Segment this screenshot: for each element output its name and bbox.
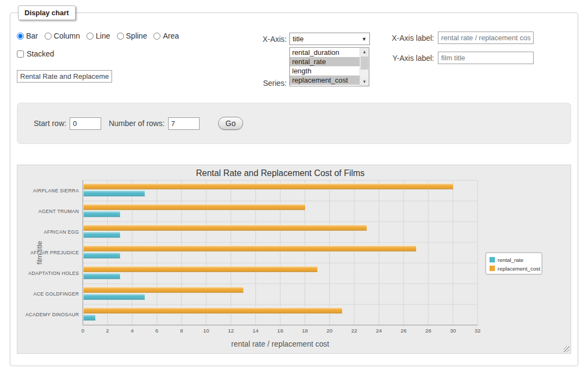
display-chart-panel: Display chart BarColumnLineSplineArea St… bbox=[10, 5, 578, 366]
chart-type-radio-area[interactable] bbox=[153, 33, 160, 40]
chart-title-input[interactable] bbox=[17, 70, 112, 83]
series-option-rental_rate[interactable]: rental_rate bbox=[290, 57, 360, 66]
x-tick-label: 0 bbox=[81, 328, 84, 334]
bar-shine bbox=[83, 294, 145, 300]
bar-chart: 02468101214161820222426283032Rental Rate… bbox=[17, 165, 571, 353]
bar-shine bbox=[83, 273, 120, 279]
x-tick-label: 26 bbox=[400, 328, 407, 334]
series-listbox-items: rental_durationrental_ratelengthreplacem… bbox=[290, 48, 360, 86]
x-tick-label: 32 bbox=[475, 328, 481, 334]
chevron-down-icon: ▼ bbox=[362, 36, 367, 42]
series-option-replacement_cost[interactable]: replacement_cost bbox=[290, 76, 360, 85]
x-tick-label: 28 bbox=[425, 328, 432, 334]
bar-shine bbox=[83, 266, 318, 272]
category-label: ADAPTATION HOLES bbox=[28, 271, 79, 276]
start-row-input[interactable] bbox=[70, 117, 101, 130]
chart-type-option-line[interactable]: Line bbox=[86, 32, 110, 40]
series-listbox-scrollbar[interactable]: ▲ ▼ bbox=[360, 48, 369, 86]
stacked-checkbox[interactable] bbox=[17, 51, 24, 58]
x-tick-label: 18 bbox=[302, 328, 308, 334]
chart-type-radio-label: Spline bbox=[126, 32, 147, 40]
x-tick-label: 12 bbox=[228, 328, 234, 334]
x-tick-label: 20 bbox=[326, 328, 333, 334]
bar-shine bbox=[83, 315, 95, 321]
x-tick-label: 2 bbox=[106, 328, 109, 334]
x-axis-select-label: X-Axis: bbox=[243, 35, 287, 43]
go-button[interactable]: Go bbox=[218, 117, 244, 130]
row-controls-panel: Start row: Number of rows: Go bbox=[17, 103, 571, 144]
x-axis-label-input[interactable] bbox=[438, 32, 534, 44]
chart-type-radio-label: Column bbox=[54, 32, 80, 40]
stacked-label: Stacked bbox=[27, 49, 54, 58]
series-option-length[interactable]: length bbox=[290, 66, 360, 76]
series-option-rental_duration[interactable]: rental_duration bbox=[290, 48, 360, 57]
chart-type-radio-label: Line bbox=[96, 32, 110, 40]
x-tick-label: 16 bbox=[277, 328, 284, 334]
chart-type-radio-spline[interactable] bbox=[117, 33, 124, 40]
chart-type-radio-column[interactable] bbox=[45, 33, 52, 40]
bar-shine bbox=[83, 246, 416, 252]
scroll-up-icon[interactable]: ▲ bbox=[360, 48, 369, 56]
category-label: ACADEMY DINOSAUR bbox=[26, 312, 79, 317]
series-listbox[interactable]: rental_durationrental_ratelengthreplacem… bbox=[289, 47, 369, 86]
start-row-label: Start row: bbox=[34, 119, 66, 128]
x-tick-label: 30 bbox=[450, 328, 456, 334]
legend-swatch-replacement_cost[interactable] bbox=[490, 266, 495, 271]
bar-shine bbox=[83, 191, 145, 197]
chart-type-option-bar[interactable]: Bar bbox=[17, 32, 38, 40]
chart-title: Rental Rate and Replacement Cost of Film… bbox=[196, 168, 364, 178]
chart-type-radio-bar[interactable] bbox=[17, 33, 24, 40]
chart-type-radio-label: Area bbox=[163, 32, 179, 40]
x-axis-selected-value: title bbox=[293, 35, 304, 43]
chart-type-radios: BarColumnLineSplineArea bbox=[17, 32, 179, 40]
bar-shine bbox=[83, 211, 120, 217]
x-tick-label: 4 bbox=[131, 328, 134, 334]
panel-legend: Display chart bbox=[18, 5, 76, 20]
legend-label-replacement_cost[interactable]: replacement_cost bbox=[498, 266, 541, 272]
category-label: ACE GOLDFINGER bbox=[33, 291, 79, 297]
chart-type-radio-label: Bar bbox=[26, 32, 38, 40]
legend-swatch-rental_rate[interactable] bbox=[490, 257, 495, 262]
scrollbar-thumb[interactable] bbox=[361, 57, 368, 70]
series-select-label: Series: bbox=[243, 79, 287, 87]
chart-type-option-area[interactable]: Area bbox=[153, 32, 179, 40]
category-label: AGENT TRUMAN bbox=[39, 209, 79, 214]
number-of-rows-input[interactable] bbox=[168, 117, 200, 130]
x-tick-label: 14 bbox=[252, 328, 259, 334]
scroll-down-icon[interactable]: ▼ bbox=[360, 78, 369, 86]
x-axis-title: rental rate / replacement cost bbox=[231, 340, 329, 348]
bar-shine bbox=[83, 204, 305, 210]
y-axis-label-field-label: Y-Axis label: bbox=[374, 54, 434, 62]
bar-shine bbox=[83, 253, 120, 259]
x-tick-label: 22 bbox=[351, 328, 358, 334]
category-label: AIRPLANE SIERRA bbox=[33, 188, 79, 193]
chart-controls: BarColumnLineSplineArea Stacked X-Axis: … bbox=[17, 21, 571, 103]
number-of-rows-label: Number of rows: bbox=[109, 119, 165, 128]
chart-type-option-column[interactable]: Column bbox=[45, 32, 80, 40]
bar-shine bbox=[83, 225, 367, 231]
x-tick-label: 6 bbox=[156, 328, 159, 334]
x-tick-label: 10 bbox=[203, 328, 210, 334]
x-axis-select[interactable]: title ▼ bbox=[289, 33, 370, 45]
x-axis-label-field-label: X-Axis label: bbox=[374, 34, 434, 42]
x-tick-label: 8 bbox=[180, 328, 183, 334]
resize-handle-icon[interactable] bbox=[564, 346, 570, 352]
chart-container: 02468101214161820222426283032Rental Rate… bbox=[17, 165, 571, 354]
bar-shine bbox=[83, 232, 120, 238]
y-axis-label-input[interactable] bbox=[438, 52, 534, 64]
bar-shine bbox=[83, 308, 342, 313]
bar-shine bbox=[83, 287, 244, 293]
x-tick-label: 24 bbox=[376, 328, 382, 334]
chart-type-option-spline[interactable]: Spline bbox=[117, 32, 147, 40]
y-axis-title: film title bbox=[35, 241, 44, 265]
legend-label-rental_rate[interactable]: rental_rate bbox=[498, 257, 524, 263]
stacked-option[interactable]: Stacked bbox=[17, 49, 54, 58]
bar-shine bbox=[83, 184, 453, 190]
chart-type-radio-line[interactable] bbox=[86, 33, 94, 40]
category-label: AFRICAN EGG bbox=[44, 229, 79, 235]
